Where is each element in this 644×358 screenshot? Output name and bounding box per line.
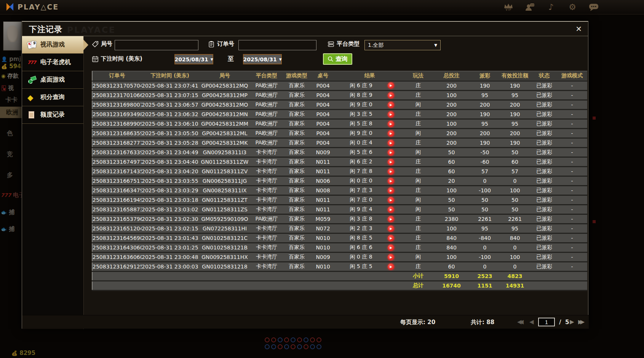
round-number-input[interactable] — [115, 40, 198, 50]
playace-logo-icon — [5, 2, 14, 11]
cell-play: 闲 — [405, 195, 431, 205]
cell-order-id: 250831231671435 — [92, 167, 142, 176]
col-status: 状态 — [532, 71, 557, 81]
replay-video-button[interactable]: ▶ — [388, 149, 394, 156]
first-page-icon[interactable]: ◀◀ — [517, 318, 524, 325]
sidebar-item-se[interactable]: 色 — [7, 129, 13, 137]
cell-table-no: N006 — [312, 176, 334, 186]
cell-valid-bet: 57 — [498, 167, 532, 176]
subtotal-payout: 2523 — [471, 272, 498, 281]
cell-platform: PA欧洲厅 — [251, 129, 282, 138]
cell-total-bet: 200 — [431, 110, 471, 119]
replay-video-button[interactable]: ▶ — [388, 168, 394, 175]
cell-total-bet: 200 — [431, 138, 471, 148]
cell-payout: 190 — [471, 110, 498, 119]
replay-video-button[interactable]: ▶ — [388, 216, 394, 222]
platform-type-select[interactable]: 1.全部 ▼ — [364, 40, 441, 50]
result-text: 闲 5 庄 6 — [334, 149, 388, 156]
table-row: 2508312316512042025-08-31 23:02:15GN0722… — [92, 224, 587, 233]
replay-video-button[interactable]: ▶ — [388, 178, 394, 184]
brand-logo[interactable]: PLAY△CE — [5, 2, 59, 11]
replay-video-button[interactable]: ▶ — [388, 102, 394, 108]
chat-icon[interactable] — [587, 1, 600, 13]
cell-payout: 95 — [471, 119, 498, 129]
cell-status: 已派彩 — [532, 233, 557, 243]
sidebar-item-jing[interactable]: 竞 — [7, 150, 13, 158]
replay-video-button[interactable]: ▶ — [388, 225, 394, 232]
music-icon[interactable]: ♪ — [545, 1, 558, 13]
replay-video-button[interactable]: ▶ — [388, 254, 394, 261]
replay-video-button[interactable]: ▶ — [388, 264, 394, 270]
support-icon[interactable] — [523, 1, 536, 13]
settings-icon[interactable]: ⚙ — [566, 1, 579, 13]
cell-play: 庄 — [405, 157, 431, 167]
deposit-button[interactable]: ◉存款 — [1, 72, 19, 80]
cell-game-mode: - — [557, 253, 587, 262]
cell-order-id: 250831231674977 — [92, 157, 142, 167]
sidebar-item-fishing-1[interactable]: 🐟捕 — [1, 209, 14, 216]
cell-payout: 200 — [471, 129, 498, 138]
table-row: 2508312316749772025-08-31 23:04:40GN0112… — [92, 157, 587, 167]
cell-round-id: GN011258311ZW — [198, 157, 251, 167]
cell-result: 闲 9 庄 0▶ — [334, 129, 405, 138]
cell-game-mode: - — [557, 119, 587, 129]
order-number-input[interactable] — [238, 40, 316, 50]
cell-game-mode: - — [557, 148, 587, 157]
replay-video-button[interactable]: ▶ — [388, 245, 394, 251]
vip-icon[interactable]: VIP — [502, 1, 515, 13]
cell-table-no: N009 — [312, 253, 334, 262]
cell-total-bet: 100 — [431, 186, 471, 195]
page-number-input[interactable] — [538, 318, 555, 326]
search-button[interactable]: 查询 — [323, 53, 352, 65]
replay-video-button[interactable]: ▶ — [388, 92, 394, 99]
cell-bet-time: 2025-08-31 23:05:50 — [142, 129, 198, 138]
cell-valid-bet: 200 — [498, 129, 532, 138]
cell-game-type: 百家乐 — [282, 167, 312, 176]
replay-video-button[interactable]: ▶ — [388, 187, 394, 194]
cell-result: 闲 7 庄 8▶ — [334, 167, 405, 176]
replay-video-button[interactable]: ▶ — [388, 159, 394, 165]
replay-video-button[interactable]: ▶ — [388, 111, 394, 118]
sidebar-item-kaka[interactable]: 卡卡 — [5, 96, 18, 104]
sidebar-item-slots[interactable]: 777电子 — [1, 192, 24, 199]
tab-points-query[interactable]: ◆ 积分查询 — [22, 89, 83, 106]
close-icon[interactable]: ✕ — [575, 24, 582, 34]
last-page-icon[interactable]: ▶▶ — [578, 318, 585, 325]
cell-play: 庄 — [405, 167, 431, 176]
sidebar-item-duo[interactable]: 多 — [7, 171, 13, 179]
tab-table-games[interactable]: 桌面游戏 — [22, 71, 83, 89]
cell-bet-time: 2025-08-31 23:06:57 — [142, 100, 198, 110]
cell-result: 闲 5 庄 6▶ — [334, 148, 405, 157]
tab-slots[interactable]: 777 电子老虎机 — [22, 54, 83, 71]
next-page-icon[interactable]: ▶ — [570, 318, 574, 325]
cell-game-mode: - — [557, 205, 587, 214]
sidebar-item-fishing-2[interactable]: 🐟捕 — [1, 225, 14, 233]
cell-order-id: 250831231643060 — [92, 243, 142, 253]
date-from-picker[interactable]: 2025/08/31 ▼ — [174, 54, 213, 64]
cell-bet-time: 2025-08-31 23:00:03 — [142, 262, 198, 272]
replay-video-button[interactable]: ▶ — [388, 130, 394, 137]
replay-video-button[interactable]: ▶ — [388, 197, 394, 203]
cell-valid-bet: 0 — [498, 262, 532, 272]
replay-video-button[interactable]: ▶ — [388, 82, 394, 89]
replay-video-button[interactable]: ▶ — [388, 140, 394, 146]
col-payout: 派彩 — [471, 71, 498, 81]
date-to-picker[interactable]: 2025/08/31 ▼ — [243, 54, 282, 64]
result-text: 闲 7 庄 3 — [334, 187, 388, 194]
cell-payout: 190 — [471, 81, 498, 91]
col-table-no: 桌号 — [312, 71, 334, 81]
sidebar-item-europe[interactable]: 欧洲 — [0, 107, 22, 118]
replay-video-button[interactable]: ▶ — [388, 121, 394, 127]
tab-quota-records[interactable]: 额度记录 — [22, 106, 83, 124]
date-range-to-label: 至 — [228, 55, 234, 63]
cell-status: 已派彩 — [532, 157, 557, 167]
sidebar-item-video[interactable]: 🂱视 — [1, 85, 14, 92]
replay-video-button[interactable]: ▶ — [388, 235, 394, 241]
chevron-down-icon: ▼ — [434, 43, 437, 47]
tab-video-games[interactable]: K9 视讯游戏 — [22, 36, 83, 54]
prev-page-icon[interactable]: ◀ — [529, 318, 534, 325]
cell-order-id: 250831231705704 — [92, 81, 142, 91]
cell-table-no: N011 — [312, 195, 334, 205]
result-text: 闲 0 庄 4 — [334, 139, 388, 146]
replay-video-button[interactable]: ▶ — [388, 206, 394, 213]
